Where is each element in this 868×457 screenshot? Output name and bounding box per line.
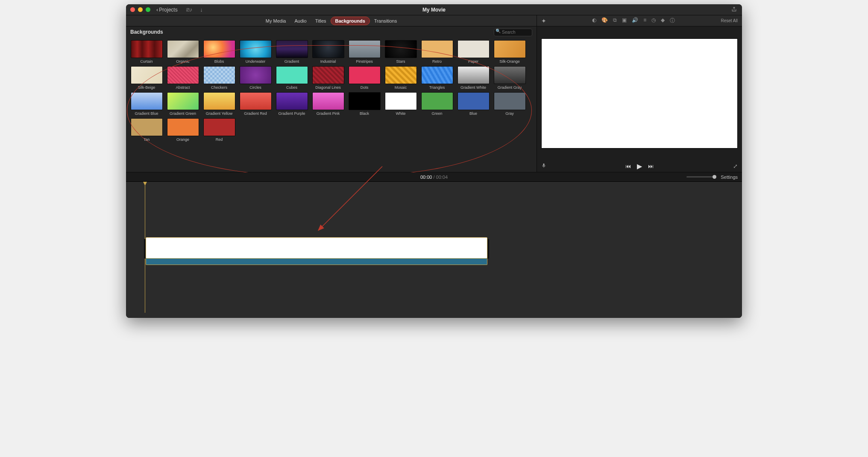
background-thumb-red[interactable]: Red — [202, 118, 236, 142]
background-swatch — [131, 118, 163, 136]
background-label: Gray — [505, 111, 514, 116]
tab-transitions[interactable]: Transitions — [370, 17, 401, 25]
preview-canvas[interactable] — [541, 38, 738, 148]
clip-video-track[interactable] — [146, 237, 487, 259]
zoom-knob[interactable] — [713, 175, 716, 179]
import-media-icon[interactable]: ⎚♪ — [186, 6, 193, 13]
background-thumb-gradient-red[interactable]: Gradient Red — [238, 92, 273, 116]
background-thumb-gradient-pink[interactable]: Gradient Pink — [311, 92, 345, 116]
background-thumb-checkers[interactable]: Checkers — [202, 66, 236, 90]
background-thumb-silk-beige[interactable]: Silk-Beige — [129, 66, 164, 90]
crop-icon[interactable]: ⧉ — [613, 17, 617, 24]
background-swatch — [494, 66, 526, 84]
background-thumb-stars[interactable]: Stars — [384, 40, 418, 64]
play-icon[interactable]: ▶ — [637, 162, 642, 170]
background-thumb-organic[interactable]: Organic — [166, 40, 200, 64]
tab-titles[interactable]: Titles — [311, 17, 331, 25]
background-swatch — [421, 40, 453, 58]
background-label: Circles — [249, 85, 261, 90]
tab-backgrounds[interactable]: Backgrounds — [331, 17, 370, 25]
background-thumb-orange[interactable]: Orange — [166, 118, 200, 142]
background-thumb-pinstripes[interactable]: Pinstripes — [347, 40, 381, 64]
background-label: Gradient Pink — [317, 111, 340, 116]
background-thumb-silk-orange[interactable]: Silk-Orange — [493, 40, 527, 64]
clip-audio-track[interactable] — [146, 259, 487, 265]
color-correction-icon[interactable]: 🎨 — [601, 17, 608, 24]
background-swatch — [203, 118, 235, 136]
download-icon[interactable]: ↓ — [200, 6, 203, 13]
background-swatch — [312, 66, 344, 84]
magic-wand-icon[interactable]: ✦ — [541, 17, 546, 24]
background-swatch — [494, 40, 526, 58]
volume-icon[interactable]: 🔊 — [632, 17, 638, 24]
background-thumb-black[interactable]: Black — [347, 92, 381, 116]
next-frame-icon[interactable]: ⏭ — [648, 163, 654, 169]
background-swatch — [457, 40, 490, 58]
background-thumb-green[interactable]: Green — [420, 92, 454, 116]
background-label: Gradient Gray — [498, 85, 522, 90]
background-swatch — [240, 92, 272, 110]
background-thumb-industrial[interactable]: Industrial — [311, 40, 345, 64]
background-thumb-paper[interactable]: Paper — [456, 40, 490, 64]
background-thumb-white[interactable]: White — [384, 92, 418, 116]
minimize-window-button[interactable] — [138, 7, 143, 12]
traffic-lights — [126, 7, 150, 12]
maximize-window-button[interactable] — [146, 7, 150, 12]
background-thumb-gray[interactable]: Gray — [493, 92, 527, 116]
play-controls: ⏮ ▶ ⏭ — [625, 162, 654, 170]
clip-trim-right[interactable] — [488, 239, 489, 259]
background-thumb-abstract[interactable]: Abstract — [166, 66, 200, 90]
titlebar: ‹ Projects ⎚♪ ↓ My Movie — [126, 4, 742, 15]
background-swatch — [421, 92, 453, 110]
microphone-icon[interactable] — [541, 163, 546, 170]
search-icon: 🔍 — [496, 29, 501, 33]
preview-area — [537, 26, 742, 160]
background-thumb-dots[interactable]: Dots — [347, 66, 381, 90]
background-thumb-triangles[interactable]: Triangles — [420, 66, 454, 90]
background-label: Retro — [432, 59, 442, 64]
share-icon[interactable] — [731, 6, 737, 13]
noise-reduction-icon[interactable]: ≡ — [643, 17, 646, 24]
backgrounds-grid: CurtainOrganicBlobsUnderwaterGradientInd… — [126, 38, 537, 144]
background-thumb-circles[interactable]: Circles — [238, 66, 273, 90]
zoom-slider[interactable] — [686, 176, 716, 178]
background-thumb-underwater[interactable]: Underwater — [238, 40, 273, 64]
info-icon[interactable]: ⓘ — [670, 17, 675, 24]
background-label: Abstract — [176, 85, 190, 90]
fullscreen-icon[interactable]: ⤢ — [733, 163, 738, 169]
timeline-clip[interactable] — [146, 237, 487, 265]
reset-all-button[interactable]: Reset All — [721, 18, 738, 23]
projects-label: Projects — [159, 7, 177, 13]
background-thumb-gradient-white[interactable]: Gradient White — [456, 66, 490, 90]
speed-icon[interactable]: ◷ — [651, 17, 656, 24]
background-thumb-gradient-green[interactable]: Gradient Green — [166, 92, 200, 116]
close-window-button[interactable] — [130, 7, 135, 12]
background-thumb-blobs[interactable]: Blobs — [202, 40, 236, 64]
background-thumb-curtain[interactable]: Curtain — [129, 40, 164, 64]
background-thumb-tan[interactable]: Tan — [129, 118, 164, 142]
background-thumb-gradient-purple[interactable]: Gradient Purple — [275, 92, 309, 116]
background-thumb-gradient-gray[interactable]: Gradient Gray — [493, 66, 527, 90]
background-thumb-cubes[interactable]: Cubes — [275, 66, 309, 90]
background-label: Gradient Yellow — [206, 111, 233, 116]
prev-frame-icon[interactable]: ⏮ — [625, 163, 631, 169]
background-thumb-blue[interactable]: Blue — [456, 92, 490, 116]
background-thumb-retro[interactable]: Retro — [420, 40, 454, 64]
color-balance-icon[interactable]: ◐ — [592, 17, 596, 24]
back-to-projects-button[interactable]: ‹ Projects — [156, 6, 178, 13]
background-thumb-gradient-yellow[interactable]: Gradient Yellow — [202, 92, 236, 116]
background-thumb-gradient[interactable]: Gradient — [275, 40, 309, 64]
stabilize-icon[interactable]: ▣ — [622, 17, 627, 24]
timeline-settings-button[interactable]: Settings — [721, 175, 738, 180]
background-swatch — [167, 40, 199, 58]
background-thumb-mosaic[interactable]: Mosaic — [384, 66, 418, 90]
clip-trim-left[interactable] — [144, 239, 145, 259]
filter-icon[interactable]: ◆ — [661, 17, 665, 24]
background-label: Organic — [176, 59, 190, 64]
tab-my-media[interactable]: My Media — [261, 17, 290, 25]
background-thumb-gradient-blue[interactable]: Gradient Blue — [129, 92, 164, 116]
timeline[interactable] — [126, 182, 742, 318]
background-thumb-diagonal-lines[interactable]: Diagonal Lines — [311, 66, 345, 90]
background-swatch — [167, 66, 199, 84]
tab-audio[interactable]: Audio — [290, 17, 311, 25]
